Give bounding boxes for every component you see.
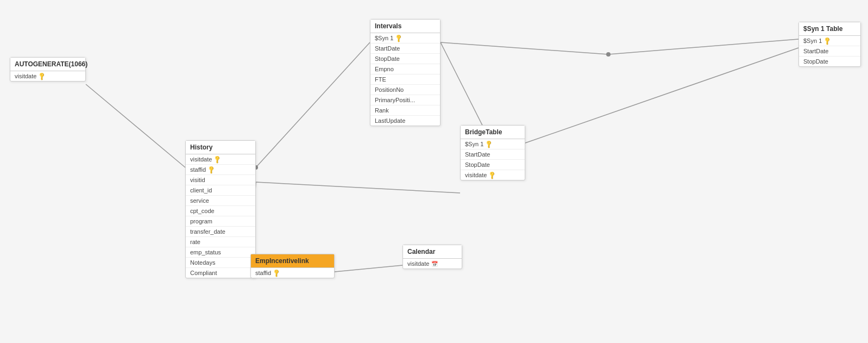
field-name: $Syn 1 [465,141,483,147]
node-autogenerate[interactable]: AUTOGENERATE(1066) visitdate 🔑 [10,57,86,82]
node-calendar[interactable]: Calendar visitdate 📅 [402,245,462,269]
node-intervals-title: Intervals [370,20,440,33]
field-bridgetable-stopdate: StopDate [461,160,525,170]
node-autogenerate-title: AUTOGENERATE(1066) [10,58,85,71]
field-history-visitid: visitid [186,175,255,185]
field-intervals-fte: FTE [370,74,440,85]
field-intervals-lastupdate: LastUpdate [370,116,440,126]
field-name: visitdate [190,156,212,163]
field-name: StartDate [375,45,400,52]
field-history-staffid: staffid 🔑 [186,165,255,175]
field-name: visitdate [465,172,487,178]
field-history-emp_status: emp_status [186,247,255,258]
field-name: visitdate [407,260,429,267]
field-history-transfer_date: transfer_date [186,227,255,237]
field-name: transfer_date [190,228,225,235]
field-name: Compliant [190,270,217,276]
field-history-program: program [186,216,255,227]
field-name: cpt_code [190,208,215,214]
field-name: Empno [375,66,394,72]
key-icon: 🔑 [272,269,281,277]
field-intervals-empno: Empno [370,64,440,74]
node-history-title: History [186,141,255,154]
field-name: StartDate [465,151,490,158]
field-history-client_id: client_id [186,185,255,196]
calendar-icon: 📅 [431,261,438,267]
key-icon: 🔑 [485,140,493,148]
field-name: rate [190,239,200,245]
node-syn1table-title: $Syn 1 Table [799,22,860,36]
node-empincentivelink-title: EmpIncentivelink [251,254,334,268]
field-bridgetable-visitdate: visitdate 🔑 [461,170,525,180]
field-syn1table-syn1: $Syn 1 🔑 [799,36,860,46]
field-history-service: service [186,196,255,206]
field-name: client_id [190,187,212,194]
field-history-cpt_code: cpt_code [186,206,255,216]
field-name: Rank [375,107,389,114]
svg-line-7 [608,39,798,54]
field-name: visitid [190,177,205,183]
field-syn1table-stopdate: StopDate [799,57,860,66]
field-intervals-rank: Rank [370,105,440,116]
field-intervals-syn1: $Syn 1 🔑 [370,33,440,43]
field-name: staffid [255,270,271,276]
svg-line-2 [256,182,460,193]
svg-line-1 [256,42,370,167]
field-name: $Syn 1 [803,38,822,44]
field-intervals-positionno: PositionNo [370,85,440,95]
field-name: emp_status [190,249,221,255]
field-history-compliant: Compliant [186,268,255,278]
field-name: service [190,197,209,204]
node-empincentivelink[interactable]: EmpIncentivelink staffid 🔑 [250,254,335,278]
key-icon: 🔑 [213,155,222,164]
field-name: PositionNo [375,86,404,93]
svg-line-4 [335,265,402,272]
key-icon: 🔑 [488,171,496,179]
field-name: Notedays [190,259,215,266]
key-icon: 🔑 [37,72,46,80]
field-intervals-stopdate: StopDate [370,54,440,64]
node-calendar-title: Calendar [403,245,462,259]
key-icon: 🔑 [394,34,403,42]
field-name: $Syn 1 [375,35,393,41]
field-name: StopDate [803,58,828,65]
field-name: PrimaryPositi... [375,97,415,103]
svg-line-8 [525,48,798,143]
field-history-rate: rate [186,237,255,247]
field-intervals-startdate: StartDate [370,43,440,54]
junction-dot-middle [606,52,611,57]
field-history-visitdate: visitdate 🔑 [186,154,255,165]
node-intervals[interactable]: Intervals $Syn 1 🔑 StartDate StopDate Em… [370,19,441,126]
field-name: visitdate [15,73,36,79]
field-name: StopDate [465,161,490,168]
field-name: StartDate [803,48,828,54]
field-bridgetable-startdate: StartDate [461,149,525,160]
node-syn1table[interactable]: $Syn 1 Table $Syn 1 🔑 StartDate StopDate [798,22,861,67]
field-name: program [190,218,212,224]
svg-line-0 [86,84,185,167]
field-empincentivelink-staffid: staffid 🔑 [251,268,334,278]
key-icon: 🔑 [823,36,832,45]
field-name: staffid [190,166,206,173]
field-intervals-primarypositi: PrimaryPositi... [370,95,440,105]
field-syn1table-startdate: StartDate [799,46,860,57]
node-history[interactable]: History visitdate 🔑 staffid 🔑 visitid cl… [185,140,256,278]
key-icon: 🔑 [207,165,216,174]
field-calendar-visitdate: visitdate 📅 [403,259,462,269]
diagram-canvas: AUTOGENERATE(1066) visitdate 🔑 History v… [0,0,868,343]
field-bridgetable-syn1: $Syn 1 🔑 [461,139,525,149]
node-bridgetable-title: BridgeTable [461,126,525,139]
svg-line-6 [441,42,608,54]
field-history-notedays: Notedays [186,258,255,268]
field-name: FTE [375,76,386,83]
field-name: StopDate [375,55,400,62]
field-autogenerate-visitdate: visitdate 🔑 [10,71,85,81]
node-bridgetable[interactable]: BridgeTable $Syn 1 🔑 StartDate StopDate … [460,125,525,180]
field-name: LastUpdate [375,117,405,124]
